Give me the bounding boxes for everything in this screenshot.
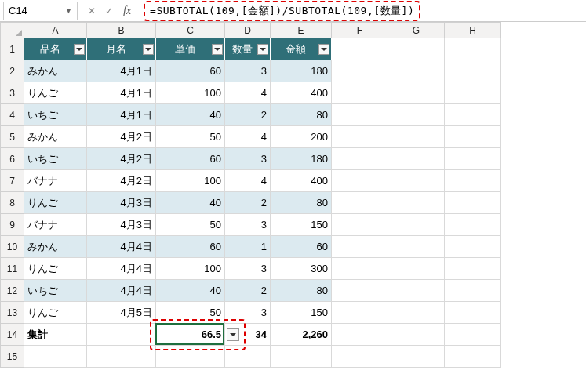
- cell[interactable]: 180: [271, 60, 332, 82]
- row-header-10[interactable]: 10: [1, 236, 24, 258]
- cell[interactable]: 50: [156, 214, 225, 236]
- row-header-15[interactable]: 15: [1, 346, 24, 368]
- cell[interactable]: [445, 170, 501, 192]
- cell[interactable]: [388, 170, 445, 192]
- cell[interactable]: 2: [225, 192, 271, 214]
- table-header-month[interactable]: 月名: [87, 38, 156, 60]
- cell[interactable]: [388, 280, 445, 302]
- cell[interactable]: りんご: [24, 82, 87, 104]
- cell[interactable]: 3: [225, 302, 271, 324]
- cell[interactable]: 300: [271, 258, 332, 280]
- row-header-5[interactable]: 5: [1, 126, 24, 148]
- table-header-qty[interactable]: 数量: [225, 38, 271, 60]
- cell[interactable]: 1: [225, 236, 271, 258]
- cell[interactable]: 4月2日: [87, 148, 156, 170]
- cell[interactable]: 4月3日: [87, 192, 156, 214]
- col-header-B[interactable]: B: [87, 23, 156, 38]
- cell[interactable]: [24, 346, 87, 368]
- col-header-G[interactable]: G: [388, 23, 445, 38]
- cell[interactable]: [388, 346, 445, 368]
- cell[interactable]: [445, 104, 501, 126]
- cell[interactable]: 100: [156, 170, 225, 192]
- cell[interactable]: 60: [156, 236, 225, 258]
- cell[interactable]: [445, 148, 501, 170]
- cell[interactable]: [332, 214, 388, 236]
- cell[interactable]: [388, 214, 445, 236]
- totals-dropdown-icon[interactable]: [227, 328, 239, 341]
- cell[interactable]: 3: [225, 214, 271, 236]
- cell[interactable]: [445, 324, 501, 346]
- cell[interactable]: 4月5日: [87, 302, 156, 324]
- cell[interactable]: [388, 324, 445, 346]
- cell[interactable]: 4月1日: [87, 60, 156, 82]
- row-header-13[interactable]: 13: [1, 302, 24, 324]
- cell[interactable]: [388, 82, 445, 104]
- cell[interactable]: [388, 302, 445, 324]
- cell[interactable]: [388, 104, 445, 126]
- filter-icon[interactable]: [212, 44, 223, 55]
- cell[interactable]: みかん: [24, 126, 87, 148]
- cell[interactable]: [388, 148, 445, 170]
- cell[interactable]: [445, 214, 501, 236]
- cell[interactable]: [332, 302, 388, 324]
- cell[interactable]: 40: [156, 280, 225, 302]
- formula-input[interactable]: =SUBTOTAL(109,[金額])/SUBTOTAL(109,[数量]): [139, 0, 586, 23]
- select-all-corner[interactable]: [1, 23, 24, 38]
- name-box[interactable]: C14 ▼: [3, 2, 78, 20]
- table-header-unitprice[interactable]: 単価: [156, 38, 225, 60]
- cell[interactable]: 4月1日: [87, 82, 156, 104]
- cell[interactable]: いちご: [24, 104, 87, 126]
- filter-icon[interactable]: [257, 44, 268, 55]
- cell[interactable]: 200: [271, 126, 332, 148]
- col-header-H[interactable]: H: [445, 23, 501, 38]
- cell[interactable]: [332, 82, 388, 104]
- cell[interactable]: いちご: [24, 148, 87, 170]
- cell[interactable]: [332, 38, 388, 60]
- cell[interactable]: [332, 192, 388, 214]
- cell[interactable]: [445, 82, 501, 104]
- col-header-C[interactable]: C: [156, 23, 225, 38]
- row-header-8[interactable]: 8: [1, 192, 24, 214]
- total-label-cell[interactable]: 集計: [24, 324, 87, 346]
- row-header-1[interactable]: 1: [1, 38, 24, 60]
- cell[interactable]: りんご: [24, 192, 87, 214]
- cell[interactable]: [445, 302, 501, 324]
- cell[interactable]: [388, 38, 445, 60]
- cell[interactable]: [87, 324, 156, 346]
- col-header-E[interactable]: E: [271, 23, 332, 38]
- row-header-14[interactable]: 14: [1, 324, 24, 346]
- cell[interactable]: [445, 126, 501, 148]
- cell[interactable]: 4月4日: [87, 258, 156, 280]
- fx-icon[interactable]: fx: [118, 5, 136, 17]
- cancel-icon[interactable]: ✕: [84, 3, 100, 19]
- row-header-7[interactable]: 7: [1, 170, 24, 192]
- cell[interactable]: 60: [156, 148, 225, 170]
- filter-icon[interactable]: [74, 44, 85, 55]
- col-header-A[interactable]: A: [24, 23, 87, 38]
- cell[interactable]: [388, 236, 445, 258]
- cell[interactable]: 60: [271, 236, 332, 258]
- cell[interactable]: 100: [156, 258, 225, 280]
- cell[interactable]: 4: [225, 82, 271, 104]
- cell[interactable]: [388, 258, 445, 280]
- row-header-6[interactable]: 6: [1, 148, 24, 170]
- cell[interactable]: [87, 346, 156, 368]
- cell[interactable]: 80: [271, 280, 332, 302]
- cell[interactable]: 4: [225, 126, 271, 148]
- table-header-name[interactable]: 品名: [24, 38, 87, 60]
- cell[interactable]: [156, 346, 225, 368]
- cell[interactable]: 150: [271, 302, 332, 324]
- cell[interactable]: [332, 148, 388, 170]
- cell[interactable]: 2: [225, 280, 271, 302]
- cell[interactable]: バナナ: [24, 214, 87, 236]
- cell[interactable]: 150: [271, 214, 332, 236]
- col-header-F[interactable]: F: [332, 23, 388, 38]
- cell[interactable]: 4月4日: [87, 280, 156, 302]
- cell[interactable]: 80: [271, 192, 332, 214]
- cell[interactable]: [332, 60, 388, 82]
- table-header-amount[interactable]: 金額: [271, 38, 332, 60]
- cell[interactable]: 50: [156, 302, 225, 324]
- cell[interactable]: いちご: [24, 280, 87, 302]
- cell[interactable]: 4月4日: [87, 236, 156, 258]
- cell[interactable]: [388, 126, 445, 148]
